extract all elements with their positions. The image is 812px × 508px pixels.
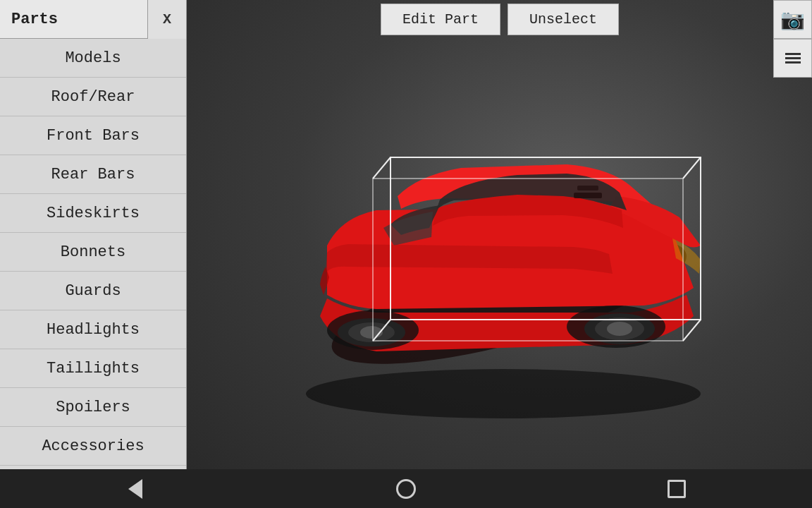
unselect-button[interactable]: Unselect [508,4,619,35]
menu-button[interactable] [773,39,812,78]
top-toolbar: Edit Part Unselect [374,0,812,39]
sidebar-item-spoilers[interactable]: Spoilers [0,388,186,427]
top-right-icons: 📷 [773,0,812,78]
sidebar-item-headlights[interactable]: Headlights [0,310,186,349]
viewport-background: Edit Part Unselect 📷 [187,0,812,469]
camera-icon: 📷 [780,8,805,32]
car-3d-view [235,76,764,429]
sidebar-item-taillights[interactable]: Taillights [0,349,186,388]
sidebar-item-rear-bars[interactable]: Rear Bars [0,155,186,194]
edit-part-button[interactable]: Edit Part [381,4,500,35]
svg-line-14 [683,157,701,179]
sidebar-item-sideskirts[interactable]: Sideskirts [0,194,186,233]
sidebar-item-guards[interactable]: Guards [0,272,186,310]
sidebar-item-accessories[interactable]: Accessories [0,427,186,466]
svg-rect-11 [577,186,598,190]
recent-apps-button[interactable] [656,469,698,508]
sidebar: Parts X ModelsRoof/RearFront BarsRear Ba… [0,0,187,469]
sidebar-title: Parts [0,11,147,28]
sidebar-item-other[interactable]: Other [0,466,186,469]
viewport[interactable]: Edit Part Unselect 📷 [187,0,812,469]
svg-point-5 [607,322,632,336]
svg-line-13 [373,157,390,179]
back-icon [128,479,142,499]
close-button[interactable]: X [147,0,186,39]
bottom-nav-bar [0,469,812,508]
sidebar-item-roof-rear[interactable]: Roof/Rear [0,78,186,116]
sidebar-items: ModelsRoof/RearFront BarsRear BarsSidesk… [0,39,186,469]
sidebar-header: Parts X [0,0,186,39]
svg-rect-10 [574,193,602,198]
menu-icon [785,53,801,64]
camera-button[interactable]: 📷 [773,0,812,39]
home-button[interactable] [385,469,427,508]
sidebar-item-models[interactable]: Models [0,39,186,78]
sidebar-item-bonnets[interactable]: Bonnets [0,233,186,272]
back-button[interactable] [114,469,156,508]
home-icon [396,479,416,499]
svg-point-0 [306,369,701,418]
recent-apps-icon [668,480,686,498]
sidebar-item-front-bars[interactable]: Front Bars [0,116,186,155]
